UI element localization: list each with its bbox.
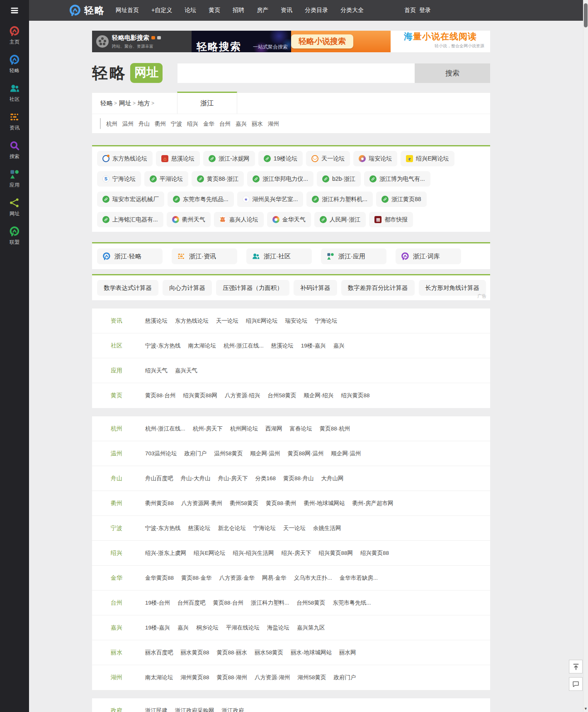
directory-link[interactable]: 绍兴-房天下 xyxy=(282,549,311,557)
directory-link[interactable]: 黄页88·湖州 xyxy=(217,674,248,681)
directory-link[interactable]: 衢州58黄页 xyxy=(230,500,258,507)
directory-link[interactable]: 绍兴黄页88 xyxy=(341,392,370,399)
directory-link[interactable]: 八方资源·湖州 xyxy=(255,674,290,681)
directory-link[interactable]: 大舟山网 xyxy=(321,475,344,482)
directory-link[interactable]: 衢州-地球城网站 xyxy=(304,500,345,507)
directory-link[interactable]: 宁海论坛 xyxy=(253,525,276,532)
directory-link[interactable]: 绍兴E网论坛 xyxy=(246,317,278,325)
directory-link[interactable]: 湖州58黄页 xyxy=(298,674,326,681)
sidebar-item[interactable]: 网址 xyxy=(9,197,20,217)
directory-link[interactable]: 舟山-房天下 xyxy=(218,475,248,482)
category-shortcut[interactable]: 浙江·应用 xyxy=(321,248,386,264)
quick-link[interactable]: 平湖论坛 xyxy=(144,171,188,187)
back-to-top-button[interactable] xyxy=(569,660,583,673)
topnav-link[interactable]: 黄页 xyxy=(209,7,220,14)
quick-link[interactable]: 东莞市粤先纸品... xyxy=(168,192,234,207)
directory-link[interactable]: 宁波-东方热线 xyxy=(145,525,181,532)
directory-link[interactable]: 义乌市大庄扑... xyxy=(294,574,332,582)
directory-link[interactable]: 顺企网·温州 xyxy=(250,450,280,457)
directory-link[interactable]: 浙江政府采购网 xyxy=(175,707,214,712)
directory-link[interactable]: 余姚生活网 xyxy=(313,525,341,532)
directory-link[interactable]: 丽水网 xyxy=(339,649,356,656)
directory-link[interactable]: 天一论坛 xyxy=(216,317,238,325)
directory-link[interactable]: 杭州网论坛 xyxy=(230,425,258,433)
directory-link[interactable]: 嘉兴第九区 xyxy=(297,624,325,632)
topnav-link[interactable]: 论坛 xyxy=(185,7,196,14)
directory-link[interactable]: 慈溪论坛 xyxy=(271,342,294,350)
topnav-link[interactable]: 分类大全 xyxy=(340,7,364,14)
directory-link[interactable]: 西湖网 xyxy=(265,425,282,433)
calculator-link[interactable]: 补码计算器 xyxy=(294,280,337,296)
quick-link[interactable]: 瑞安市宏远机械厂 xyxy=(97,192,164,207)
directory-link[interactable]: 丽水黄页88 xyxy=(181,649,209,656)
quick-link[interactable]: 东方热线论坛 xyxy=(97,151,153,166)
directory-link[interactable]: 黄页88·金华 xyxy=(181,574,212,582)
city-link[interactable]: 丽水 xyxy=(252,121,263,127)
feedback-chat-button[interactable] xyxy=(569,677,583,691)
directory-link[interactable]: 黄页88·台州 xyxy=(213,599,244,607)
brand-logo[interactable]: 轻略 xyxy=(69,4,105,17)
directory-link[interactable]: 绍兴-浙东上虞网 xyxy=(145,549,186,557)
directory-link[interactable]: 嘉兴 xyxy=(333,342,345,350)
quick-link[interactable]: 上海铭汇电器有... xyxy=(97,212,163,227)
sidebar-item[interactable]: 主页 xyxy=(9,26,20,46)
directory-link[interactable]: 绍兴黄页88网 xyxy=(183,392,218,399)
directory-link[interactable]: 桐乡论坛 xyxy=(196,624,219,632)
directory-link[interactable]: 杭州-浙江在线... xyxy=(224,342,264,350)
directory-link[interactable]: 金华市若缺房... xyxy=(340,574,378,582)
ad-banner[interactable]: 海量小说在线阅读 轻小说，整合全网小说资源 xyxy=(391,31,490,52)
directory-link[interactable]: 黄页88·台州 xyxy=(145,392,176,399)
directory-link[interactable]: 绍兴-绍兴生活网 xyxy=(233,549,274,557)
calculator-link[interactable]: 数学表达式计算器 xyxy=(97,280,158,296)
directory-link[interactable]: 黄页88网·温州 xyxy=(288,450,324,457)
quick-link[interactable]: 黄页88·浙江 xyxy=(192,171,244,187)
category-shortcut[interactable]: 浙江·词库 xyxy=(396,248,461,264)
category-shortcut[interactable]: 浙江·社区 xyxy=(246,248,312,264)
search-button[interactable]: 搜索 xyxy=(415,63,490,83)
account-link[interactable]: 首页 xyxy=(404,7,416,14)
calculator-link[interactable]: 压强计算器（力面积） xyxy=(216,280,289,296)
city-link[interactable]: 湖州 xyxy=(268,121,279,127)
calculator-link[interactable]: 长方形对角线计算器 xyxy=(419,280,486,296)
calculator-link[interactable]: 数字差异百分比计算器 xyxy=(341,280,415,296)
directory-link[interactable]: 八方资源网·衢州 xyxy=(181,500,222,507)
city-link[interactable]: 金华 xyxy=(203,121,214,127)
quick-link[interactable]: 宁海论坛 xyxy=(97,171,141,187)
quick-link[interactable]: 天一论坛 xyxy=(306,151,350,166)
directory-link[interactable]: 金华黄页88 xyxy=(145,574,174,582)
directory-link[interactable]: 宁波-东方热线 xyxy=(145,342,181,350)
category-shortcut[interactable]: 浙江·资讯 xyxy=(172,248,237,264)
sidebar-item[interactable]: 社区 xyxy=(9,83,20,103)
directory-link[interactable]: 黄页88·衢州 xyxy=(266,500,296,507)
directory-link[interactable]: 浙江民建 xyxy=(145,707,168,712)
directory-link[interactable]: 丽水百度吧 xyxy=(145,649,173,656)
directory-link[interactable]: 19楼-台州 xyxy=(145,599,170,607)
city-link[interactable]: 温州 xyxy=(122,121,134,127)
quick-link[interactable]: 瑞安论坛 xyxy=(353,151,397,166)
directory-link[interactable]: 嘉兴天气 xyxy=(175,367,197,374)
ad-banner[interactable]: 轻略小说搜索 xyxy=(291,31,391,52)
city-link[interactable]: 嘉兴 xyxy=(236,121,247,127)
directory-link[interactable]: 台州百度吧 xyxy=(177,599,206,607)
directory-link[interactable]: 浙江科力塑料... xyxy=(251,599,289,607)
topnav-link[interactable]: +自定义 xyxy=(151,7,172,14)
directory-link[interactable]: 东莞市粤先纸... xyxy=(333,599,371,607)
quick-link[interactable]: 浙江博为电气有... xyxy=(364,171,430,187)
directory-link[interactable]: 黄页88·杭州 xyxy=(320,425,350,433)
directory-link[interactable]: 天一论坛 xyxy=(283,525,306,532)
directory-link[interactable]: 八方资源·绍兴 xyxy=(225,392,260,399)
ad-banner[interactable]: 轻略搜索 一站式聚合搜索 xyxy=(192,31,291,52)
city-link[interactable]: 绍兴 xyxy=(187,121,198,127)
tab-zhejiang-active[interactable]: 浙江 xyxy=(177,92,237,114)
quick-link[interactable]: 绍兴E网论坛 xyxy=(401,151,454,166)
directory-link[interactable]: 绍兴黄页88网 xyxy=(319,549,353,557)
directory-link[interactable]: 海盐论坛 xyxy=(267,624,289,632)
directory-link[interactable]: 衢州-房产超市网 xyxy=(352,500,394,507)
breadcrumb-link[interactable]: 轻略 xyxy=(100,100,113,107)
directory-link[interactable]: 19楼-嘉兴 xyxy=(301,342,326,350)
directory-link[interactable]: 瑞安论坛 xyxy=(285,317,308,325)
menu-icon[interactable] xyxy=(9,5,20,16)
account-link[interactable]: 登录 xyxy=(419,7,431,14)
quick-link[interactable]: 衢州天气 xyxy=(167,212,211,227)
directory-link[interactable]: 温州58黄页 xyxy=(214,450,243,457)
